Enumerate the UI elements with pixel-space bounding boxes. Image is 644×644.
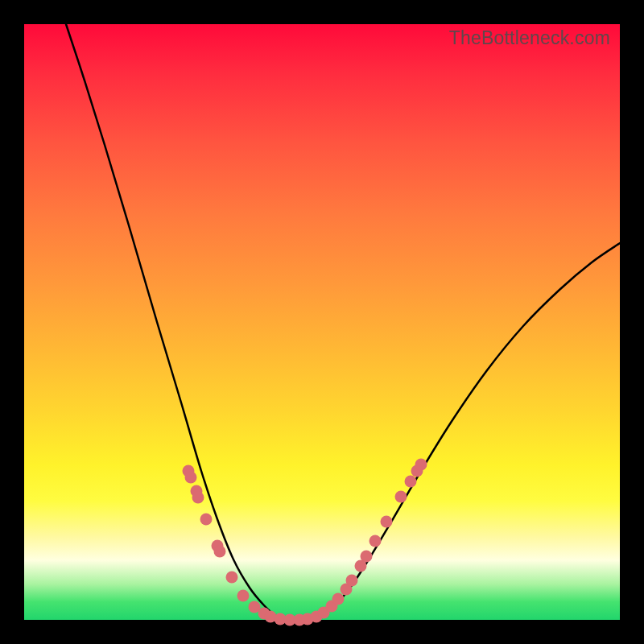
scatter-dot [332,593,345,605]
scatter-group [183,459,427,626]
scatter-dot [346,575,358,587]
scatter-dot [192,492,204,504]
scatter-dot [214,546,226,558]
chart-plot-area: TheBottleneck.com [24,24,620,620]
scatter-dot [237,590,250,602]
scatter-dot [185,472,197,484]
scatter-dot [361,551,373,563]
scatter-dot [405,476,417,488]
scatter-dot [226,572,238,584]
scatter-dot [200,514,213,526]
bottleneck-curve [66,24,620,621]
scatter-dot [369,535,382,547]
chart-svg [24,24,620,620]
scatter-dot [381,516,393,528]
scatter-dot [395,491,407,503]
scatter-dot [415,459,427,471]
